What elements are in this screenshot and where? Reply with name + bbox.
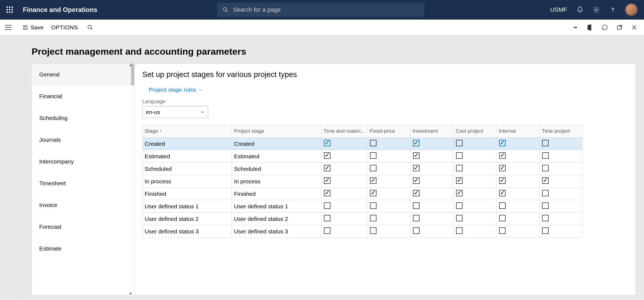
checkbox[interactable] <box>370 202 376 209</box>
checkbox[interactable] <box>542 177 549 184</box>
stage-cell[interactable]: In process <box>142 175 232 188</box>
project-stage-rules-link[interactable]: Project stage rules <box>149 86 628 93</box>
checkbox[interactable] <box>324 165 330 171</box>
column-header[interactable]: Fixed-price <box>367 125 410 138</box>
checkbox[interactable] <box>542 227 549 234</box>
checkbox[interactable] <box>456 202 463 209</box>
side-nav-item[interactable]: Timesheet <box>32 172 134 194</box>
column-header[interactable]: Investment <box>410 125 453 138</box>
checkbox[interactable] <box>456 152 463 159</box>
checkbox[interactable] <box>542 152 549 159</box>
language-select[interactable]: en-us <box>142 106 208 118</box>
column-header[interactable]: Internal <box>496 125 539 138</box>
checkbox[interactable] <box>542 165 549 171</box>
column-header[interactable]: Time and materi... <box>321 125 367 138</box>
project-stage-cell[interactable]: In process <box>232 175 321 188</box>
options-button[interactable]: OPTIONS <box>51 24 78 31</box>
checkbox[interactable] <box>413 177 420 184</box>
side-nav-item[interactable]: Intercompany <box>32 151 134 172</box>
global-search-box[interactable] <box>217 3 424 17</box>
side-nav-item[interactable]: Scheduling <box>32 107 134 129</box>
checkbox[interactable] <box>324 152 330 159</box>
checkbox[interactable] <box>370 140 376 146</box>
checkbox[interactable] <box>456 227 463 234</box>
checkbox[interactable] <box>413 190 420 196</box>
stage-cell[interactable]: Estimated <box>142 150 232 163</box>
checkbox[interactable] <box>413 152 420 159</box>
checkbox[interactable] <box>370 215 376 221</box>
side-nav-item[interactable]: Invoice <box>32 194 134 216</box>
toolbar-search-icon[interactable] <box>87 24 93 30</box>
checkbox[interactable] <box>499 202 506 209</box>
checkbox[interactable] <box>370 152 376 159</box>
office-icon[interactable] <box>587 24 593 31</box>
bell-icon[interactable] <box>576 6 584 13</box>
checkbox[interactable] <box>456 177 463 184</box>
scroll-down-icon[interactable]: ▾ <box>130 291 132 296</box>
table-row[interactable]: User defined status 3User defined status… <box>142 225 582 238</box>
checkbox[interactable] <box>456 140 463 146</box>
checkbox[interactable] <box>499 152 506 159</box>
global-search-input[interactable] <box>233 6 396 13</box>
user-avatar[interactable] <box>625 4 637 16</box>
checkbox[interactable] <box>456 190 463 196</box>
checkbox[interactable] <box>456 215 463 221</box>
side-nav-item[interactable]: Financial <box>32 85 134 107</box>
help-icon[interactable] <box>609 6 616 13</box>
project-stage-cell[interactable]: Scheduled <box>232 163 321 175</box>
checkbox[interactable] <box>413 165 420 171</box>
project-stage-cell[interactable]: User defined status 1 <box>232 200 321 213</box>
checkbox[interactable] <box>324 140 330 146</box>
stage-cell[interactable]: User defined status 1 <box>142 200 232 213</box>
scroll-up-icon[interactable]: ▴ <box>130 63 132 67</box>
table-row[interactable]: User defined status 2User defined status… <box>142 213 582 225</box>
checkbox[interactable] <box>499 227 506 234</box>
checkbox[interactable] <box>456 165 463 171</box>
project-stage-cell[interactable]: User defined status 2 <box>232 213 321 225</box>
side-nav-item[interactable]: Estimate <box>32 238 134 259</box>
table-row[interactable]: In processIn process <box>142 175 582 188</box>
company-code[interactable]: USMF <box>550 6 567 13</box>
hamburger-icon[interactable] <box>5 25 11 30</box>
checkbox[interactable] <box>413 215 420 221</box>
table-row[interactable]: FinishedFinished <box>142 188 582 200</box>
side-nav-item[interactable]: Journals <box>32 129 134 151</box>
checkbox[interactable] <box>542 140 549 146</box>
checkbox[interactable] <box>413 202 420 209</box>
stage-cell[interactable]: Created <box>142 138 232 150</box>
checkbox[interactable] <box>413 140 420 146</box>
checkbox[interactable] <box>542 215 549 221</box>
checkbox[interactable] <box>324 202 330 209</box>
checkbox[interactable] <box>370 190 376 196</box>
checkbox[interactable] <box>499 215 506 221</box>
checkbox[interactable] <box>370 165 376 171</box>
checkbox[interactable] <box>324 190 330 196</box>
gear-icon[interactable] <box>593 6 600 13</box>
table-row[interactable]: CreatedCreated <box>142 138 582 150</box>
checkbox[interactable] <box>324 227 330 234</box>
column-header[interactable]: Time project <box>539 125 582 138</box>
side-nav-item[interactable]: Forecast <box>32 216 134 238</box>
checkbox[interactable] <box>499 165 506 171</box>
checkbox[interactable] <box>370 177 376 184</box>
checkbox[interactable] <box>370 227 376 234</box>
checkbox[interactable] <box>499 140 506 146</box>
table-row[interactable]: ScheduledScheduled <box>142 163 582 175</box>
save-button[interactable]: Save <box>22 24 44 31</box>
column-header[interactable]: Stage↑ <box>142 125 232 138</box>
close-icon[interactable] <box>631 24 637 31</box>
waffle-icon[interactable] <box>7 7 13 13</box>
stage-cell[interactable]: User defined status 2 <box>142 213 232 225</box>
table-row[interactable]: EstimatedEstimated <box>142 150 582 163</box>
checkbox[interactable] <box>324 177 330 184</box>
column-header[interactable]: Cost project <box>453 125 496 138</box>
project-stage-cell[interactable]: Created <box>232 138 321 150</box>
table-row[interactable]: User defined status 1User defined status… <box>142 200 582 213</box>
project-stage-cell[interactable]: Finished <box>232 188 321 200</box>
column-header[interactable]: Project stage <box>232 125 321 138</box>
popout-icon[interactable] <box>616 24 623 31</box>
project-stage-cell[interactable]: Estimated <box>232 150 321 163</box>
project-stage-cell[interactable]: User defined status 3 <box>232 225 321 238</box>
checkbox[interactable] <box>499 190 506 196</box>
checkbox[interactable] <box>542 202 549 209</box>
